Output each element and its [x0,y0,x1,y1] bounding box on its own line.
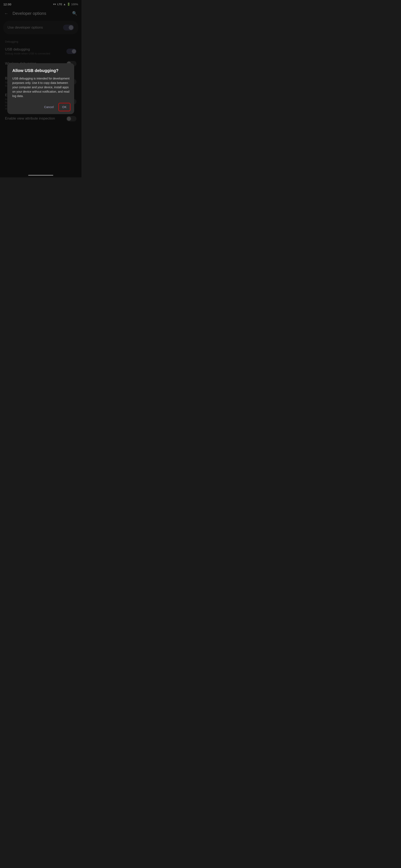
dialog-overlay: Allow USB debugging? USB debugging is in… [0,0,82,177]
ok-button[interactable]: OK [59,103,70,111]
dialog-actions: Cancel OK [12,103,70,111]
dialog-message: USB debugging is intended for developmen… [12,76,70,98]
usb-debugging-dialog: Allow USB debugging? USB debugging is in… [7,63,74,114]
dialog-title: Allow USB debugging? [12,68,70,73]
cancel-button[interactable]: Cancel [41,103,57,111]
